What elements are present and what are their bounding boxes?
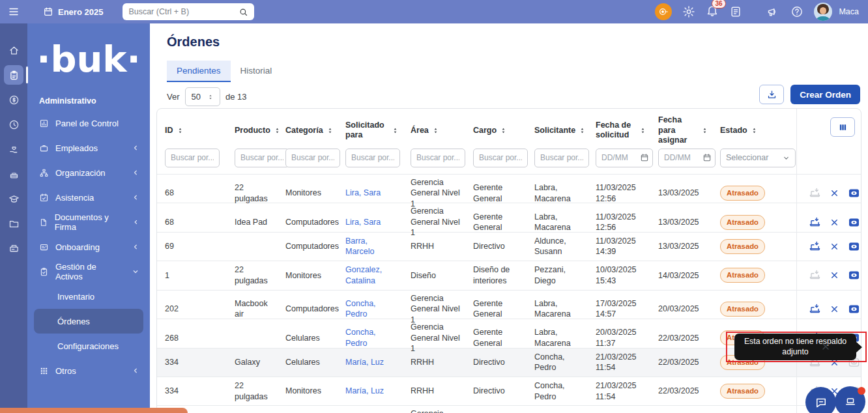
sort-icon[interactable] (751, 127, 758, 134)
sidebar-item-empleados[interactable]: Empleados (27, 135, 150, 160)
sort-icon[interactable] (500, 127, 507, 134)
solicitado-para-link[interactable]: Lira, Sara (345, 218, 381, 227)
cell-solicitante: Labra, Macarena (527, 180, 588, 206)
cancel-order-button[interactable] (830, 270, 839, 280)
filter-input-solicitante[interactable] (534, 149, 589, 167)
notifications-button[interactable]: 36 (706, 4, 719, 20)
sidebar-item-documentos-y-firma[interactable]: Documentos y Firma (27, 210, 150, 235)
assign-asset-icon (809, 240, 821, 253)
sidebar-item-panel-de-control[interactable]: Panel de Control (27, 111, 150, 135)
chat-fab-button[interactable] (805, 387, 836, 413)
filter-input-cargo[interactable] (473, 149, 528, 167)
filter-cell (588, 146, 650, 174)
sidebar-subitem--rdenes[interactable]: Órdenes (34, 309, 143, 334)
columns-icon (837, 122, 848, 133)
filter-date-fecha-para-asignar[interactable] (658, 149, 716, 167)
filter-input-solicitado-para[interactable] (345, 149, 400, 167)
sort-icon[interactable] (392, 127, 399, 134)
sidebar-item-otros[interactable]: Otros (27, 358, 150, 383)
view-order-button[interactable] (848, 269, 860, 281)
solicitado-para-link[interactable]: Barra, Marcelo (345, 236, 374, 257)
cancel-order-button[interactable] (830, 188, 839, 198)
rail-item-benefits[interactable] (4, 139, 23, 159)
column-header-producto: Producto (227, 109, 278, 146)
solicitado-para-link[interactable]: Gonzalez, Catalina (345, 265, 382, 285)
rail-item-payments[interactable] (4, 238, 23, 258)
filter-select-estado[interactable]: Seleccionar (720, 149, 796, 167)
calendar-check-icon (39, 193, 49, 203)
sidebar-subitem-inventario[interactable]: Inventario (27, 284, 150, 309)
create-order-button[interactable]: Crear Orden (790, 85, 860, 104)
columns-config-button[interactable] (830, 117, 855, 137)
solicitado-para-link[interactable]: Concha, Pedro (345, 328, 376, 348)
filter-input-categor-a[interactable] (285, 149, 340, 167)
view-order-button[interactable] (848, 216, 860, 229)
sidebar-item-asistencia[interactable]: Asistencia (27, 185, 150, 210)
solicitado-para-link[interactable]: María, Luz (345, 386, 384, 395)
tab-pendientes[interactable]: Pendientes (167, 61, 231, 82)
sort-icon[interactable] (639, 127, 646, 134)
sidebar-item-gesti-n-de-activos[interactable]: Gestión de Activos (27, 259, 150, 284)
close-icon (830, 304, 839, 314)
cancel-order-button[interactable] (830, 242, 839, 251)
sidebar-item-organizaci-n[interactable]: Organización (27, 160, 150, 185)
solicitado-para-link[interactable]: Lira, Sara (345, 188, 381, 197)
filter-input--rea[interactable] (411, 149, 465, 167)
assign-asset-button[interactable] (809, 216, 821, 229)
status-badge: Atrasado (720, 186, 765, 201)
download-button[interactable] (759, 85, 784, 104)
sidebar-subitem-configuraciones[interactable]: Configuraciones (27, 334, 150, 358)
page-size-select[interactable]: 50 (185, 87, 220, 106)
sort-icon[interactable] (579, 127, 586, 134)
chevron-left-icon (132, 218, 139, 226)
column-header-estado: Estado (712, 109, 796, 146)
rail-item-talent[interactable] (4, 189, 23, 208)
avatar[interactable] (814, 3, 832, 21)
help-icon[interactable] (790, 5, 803, 18)
rail-item-culture[interactable] (4, 164, 23, 184)
home-icon (8, 45, 20, 56)
rail-item-asset-management[interactable] (4, 65, 23, 85)
menu-toggle-button[interactable] (0, 6, 27, 18)
filter-date-fecha-de-solicitud[interactable] (596, 149, 653, 167)
rail-item-clock[interactable] (4, 115, 23, 134)
sort-icon[interactable] (701, 127, 708, 134)
solicitado-para-link[interactable]: María, Luz (345, 358, 384, 367)
cancel-order-button[interactable] (830, 304, 839, 314)
news-icon[interactable] (729, 5, 742, 18)
sort-icon[interactable] (432, 127, 439, 134)
solicitado-para-link[interactable]: Concha, Pedro (345, 299, 376, 319)
view-order-button[interactable] (848, 187, 860, 199)
sidebar-item-onboarding[interactable]: Onboarding (27, 235, 150, 259)
view-order-button[interactable] (848, 240, 860, 253)
cell-categoria: Computadores (278, 301, 338, 317)
gear-icon[interactable] (682, 5, 695, 18)
rail-item-documents[interactable] (4, 214, 23, 233)
cell-solicitado-para: Lira, Sara (338, 214, 403, 231)
period-selector[interactable]: Enero 2025 (43, 7, 103, 17)
rail-item-money[interactable] (4, 90, 23, 109)
bottom-toast (0, 408, 188, 413)
cell-solicitado-para: María, Luz (338, 383, 403, 399)
view-order-button[interactable] (848, 303, 860, 315)
assistant-button[interactable] (655, 3, 672, 20)
search-input[interactable] (128, 7, 239, 16)
sort-icon[interactable] (177, 127, 184, 134)
sort-icon[interactable] (326, 127, 334, 134)
announcements-icon[interactable] (767, 5, 780, 18)
assign-asset-button[interactable] (809, 303, 821, 315)
search-icon[interactable] (239, 7, 248, 17)
cancel-order-button[interactable] (830, 218, 839, 227)
assign-asset-button[interactable] (809, 269, 821, 281)
filter-input-id[interactable] (165, 149, 220, 167)
assign-asset-button[interactable] (809, 187, 821, 199)
sidebar-menu: Panel de ControlEmpleadosOrganizaciónAsi… (27, 111, 150, 383)
grid-icon (39, 366, 49, 376)
cell-solicitante: Labra, Macarena (527, 209, 588, 236)
table-header: IDProductoCategoríaSolicitado paraÁreaCa… (157, 109, 861, 146)
rail-item-home[interactable] (4, 40, 23, 60)
cell-cargo: Directivo (465, 383, 527, 399)
tab-historial[interactable]: Historial (231, 61, 282, 82)
assign-asset-button[interactable] (809, 240, 821, 253)
filter-cell (338, 146, 403, 174)
